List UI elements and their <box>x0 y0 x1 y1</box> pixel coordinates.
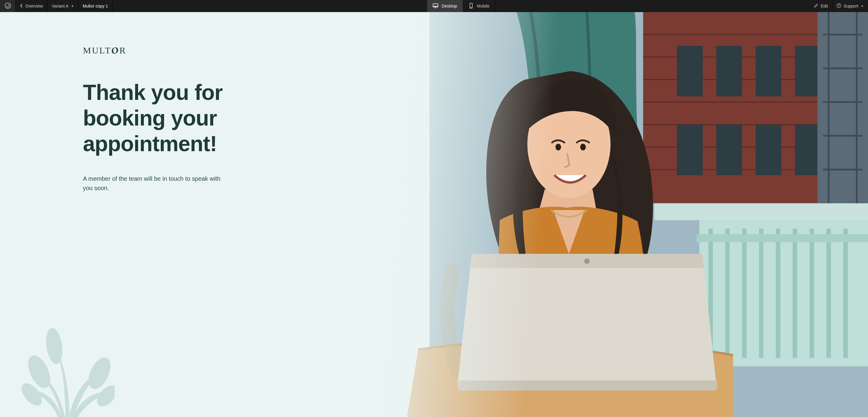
hero-headline: Thank you for booking your appointment! <box>83 80 270 157</box>
device-switcher: Desktop Mobile <box>427 0 495 12</box>
page-tab[interactable]: Multor copy 1 <box>79 0 113 12</box>
mobile-icon <box>468 3 474 10</box>
svg-point-47 <box>580 144 586 150</box>
svg-point-3 <box>471 7 471 8</box>
edit-button[interactable]: Edit <box>810 0 832 12</box>
overview-nav[interactable]: Overview <box>16 0 48 12</box>
device-mobile-tab[interactable]: Mobile <box>463 0 495 12</box>
svg-rect-22 <box>755 125 781 175</box>
svg-rect-44 <box>697 234 868 242</box>
svg-point-46 <box>556 144 561 150</box>
caret-down-icon: ▼ <box>861 4 864 8</box>
chevron-left-icon <box>20 4 23 8</box>
desktop-icon <box>433 3 438 10</box>
svg-point-5 <box>838 6 839 7</box>
svg-rect-21 <box>716 125 742 175</box>
pencil-icon <box>814 4 818 9</box>
svg-rect-18 <box>795 46 821 96</box>
builder-toolbar: Overview Variant A ▼ Multor copy 1 Deskt… <box>0 0 868 12</box>
device-desktop-tab[interactable]: Desktop <box>427 0 462 12</box>
support-dropdown[interactable]: Support ▼ <box>832 0 868 12</box>
svg-rect-1 <box>433 4 438 7</box>
hero-subtext: A member of the team will be in touch to… <box>83 174 222 193</box>
svg-rect-25 <box>817 12 868 214</box>
variant-dropdown[interactable]: Variant A ▼ <box>48 0 79 12</box>
svg-point-0 <box>5 3 10 8</box>
toolbar-spacer-left <box>113 0 427 12</box>
device-desktop-label: Desktop <box>441 4 457 8</box>
support-label: Support <box>843 4 858 8</box>
svg-rect-33 <box>654 203 868 220</box>
unbounce-logo-icon <box>4 2 11 10</box>
overview-label: Overview <box>25 4 43 8</box>
svg-rect-23 <box>795 125 821 175</box>
svg-rect-17 <box>755 46 781 96</box>
svg-rect-20 <box>677 125 703 175</box>
svg-rect-49 <box>458 381 717 391</box>
brand-text-suffix: R <box>119 45 126 55</box>
brand-text-prefix: MULT <box>83 45 111 55</box>
toolbar-spacer-right <box>495 0 810 12</box>
variant-label: Variant A <box>52 4 68 8</box>
edit-label: Edit <box>820 4 828 8</box>
brand-text-o: O <box>111 44 121 56</box>
svg-rect-16 <box>716 46 742 96</box>
caret-down-icon: ▼ <box>71 4 74 8</box>
hero-content: MULTOR Thank you for booking your appoin… <box>0 12 272 193</box>
page-canvas[interactable]: MULTOR Thank you for booking your appoin… <box>0 12 868 417</box>
brand-logo: MULTOR <box>83 45 272 56</box>
help-icon <box>837 3 841 9</box>
app-logo[interactable] <box>0 0 16 12</box>
device-mobile-label: Mobile <box>477 4 490 8</box>
svg-point-48 <box>584 258 590 264</box>
page-tab-label: Multor copy 1 <box>83 4 108 8</box>
svg-rect-15 <box>677 46 703 96</box>
